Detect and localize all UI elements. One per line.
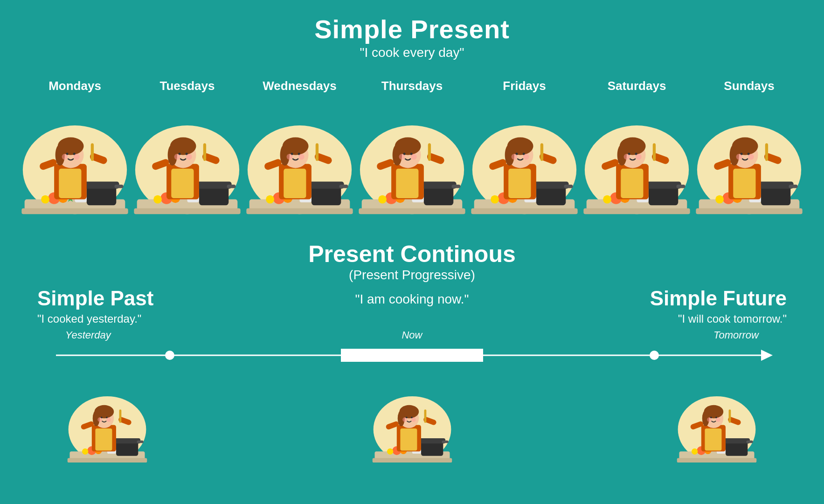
top-section: Simple Present "I cook every day" xyxy=(0,0,824,60)
svg-rect-91 xyxy=(471,208,577,214)
svg-rect-182 xyxy=(442,441,448,443)
timeline xyxy=(56,341,768,369)
cook-illustration-tuesday xyxy=(131,99,243,217)
cook-illustration-saturday xyxy=(581,99,693,217)
svg-rect-78 xyxy=(396,169,418,198)
timeline-arrow xyxy=(761,350,773,361)
svg-rect-2 xyxy=(21,208,128,214)
bottom-figure-future xyxy=(675,376,759,467)
svg-point-141 xyxy=(715,195,724,204)
day-label-thursday: Thursdays xyxy=(381,79,443,93)
day-sunday: Sundays xyxy=(693,79,805,217)
svg-point-65 xyxy=(287,154,293,160)
cook-illustration-future xyxy=(675,376,759,465)
time-label-yesterday: Yesterday xyxy=(65,329,294,341)
svg-rect-34 xyxy=(171,169,194,198)
svg-point-53 xyxy=(266,195,274,204)
svg-rect-160 xyxy=(137,441,143,443)
svg-point-220 xyxy=(716,417,720,421)
svg-rect-213 xyxy=(729,409,731,422)
svg-rect-37 xyxy=(203,143,206,161)
svg-rect-15 xyxy=(91,143,94,161)
day-label-tuesday: Tuesdays xyxy=(159,79,215,93)
svg-rect-147 xyxy=(765,143,768,161)
svg-point-87 xyxy=(399,154,405,160)
bottom-figure-past xyxy=(65,376,149,467)
cook-illustration-sunday xyxy=(693,99,805,217)
svg-point-43 xyxy=(174,154,180,160)
svg-point-197 xyxy=(402,417,407,421)
svg-rect-179 xyxy=(372,458,452,463)
day-thursday: Thursdays xyxy=(356,79,468,217)
day-wednesday: Wednesdays xyxy=(243,79,356,217)
svg-rect-103 xyxy=(540,143,543,161)
day-label-wednesday: Wednesdays xyxy=(263,79,336,93)
svg-point-163 xyxy=(82,449,88,455)
svg-rect-144 xyxy=(733,169,755,198)
svg-point-21 xyxy=(62,154,68,160)
tense-present-example: "I am cooking now." xyxy=(285,292,539,307)
svg-point-109 xyxy=(512,154,518,160)
svg-rect-25 xyxy=(134,208,240,214)
tense-future: Simple Future "I will cook tomorrow." xyxy=(543,287,796,325)
svg-rect-125 xyxy=(653,143,656,161)
svg-point-176 xyxy=(106,417,111,421)
svg-rect-157 xyxy=(68,458,147,463)
svg-rect-81 xyxy=(428,143,431,161)
timeline-highlight-now xyxy=(341,349,483,362)
svg-point-97 xyxy=(491,195,499,204)
tense-future-example: "I will cook tomorrow." xyxy=(543,312,787,325)
svg-point-119 xyxy=(603,195,611,204)
day-label-monday: Mondays xyxy=(48,79,101,93)
day-tuesday: Tuesdays xyxy=(131,79,243,217)
svg-point-198 xyxy=(411,417,415,421)
time-label-now: Now xyxy=(298,329,526,341)
day-monday: Mondays xyxy=(19,79,131,217)
cook-illustration-thursday xyxy=(356,99,468,217)
svg-point-110 xyxy=(523,154,529,160)
bottom-section: Present Continous (Present Progressive) … xyxy=(0,241,824,467)
tense-past-title: Simple Past xyxy=(37,287,282,310)
svg-rect-138 xyxy=(789,185,797,188)
svg-rect-135 xyxy=(696,208,802,214)
cook-illustration-friday xyxy=(468,99,581,217)
svg-rect-59 xyxy=(316,143,319,161)
bottom-figures-row xyxy=(28,376,796,467)
day-saturday: Saturdays xyxy=(581,79,693,217)
timeline-dot-past xyxy=(165,351,174,360)
svg-point-219 xyxy=(707,417,711,421)
svg-rect-50 xyxy=(339,185,348,188)
svg-point-88 xyxy=(411,154,417,160)
page-title: Simple Present xyxy=(0,14,824,44)
svg-rect-159 xyxy=(114,438,140,443)
svg-point-8 xyxy=(41,195,49,204)
svg-rect-27 xyxy=(196,182,232,189)
cook-illustration-monday xyxy=(19,99,131,217)
time-label-tomorrow: Tomorrow xyxy=(530,329,759,341)
day-label-friday: Fridays xyxy=(503,79,546,93)
tense-past-example: "I cooked yesterday." xyxy=(37,312,282,325)
svg-rect-201 xyxy=(677,458,757,463)
present-progressive: (Present Progressive) xyxy=(28,268,796,283)
day-label-saturday: Saturdays xyxy=(608,79,666,93)
tenses-row: Simple Past "I cooked yesterday." "I am … xyxy=(28,287,796,325)
svg-point-66 xyxy=(298,154,305,160)
day-label-sunday: Sundays xyxy=(724,79,774,93)
svg-rect-191 xyxy=(424,409,426,422)
svg-point-185 xyxy=(387,449,393,455)
svg-rect-137 xyxy=(758,182,794,189)
cook-illustration-wednesday xyxy=(243,99,356,217)
cook-illustration-past xyxy=(65,376,149,465)
svg-point-44 xyxy=(186,154,192,160)
svg-rect-4 xyxy=(84,182,119,189)
svg-rect-181 xyxy=(419,438,445,443)
svg-rect-122 xyxy=(621,169,643,198)
svg-rect-100 xyxy=(508,169,531,198)
svg-rect-113 xyxy=(583,208,690,214)
svg-point-153 xyxy=(736,154,742,160)
cook-illustration-present xyxy=(370,376,454,465)
svg-rect-166 xyxy=(95,428,112,450)
svg-rect-115 xyxy=(646,182,681,189)
svg-rect-56 xyxy=(284,169,306,198)
svg-rect-203 xyxy=(723,438,750,443)
